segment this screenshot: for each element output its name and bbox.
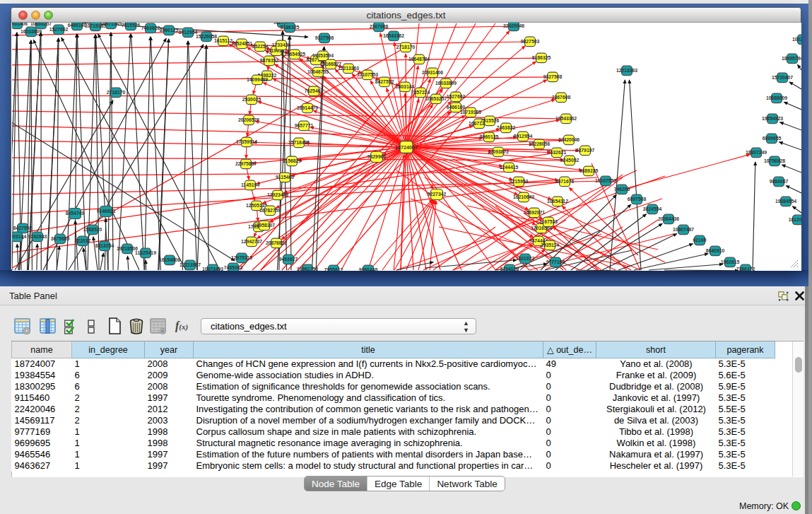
- svg-text:2530025: 2530025: [242, 97, 261, 102]
- svg-text:10653257: 10653257: [30, 23, 52, 26]
- svg-text:15692971: 15692971: [524, 210, 545, 215]
- svg-text:1612074: 1612074: [789, 217, 801, 222]
- svg-text:8878352: 8878352: [260, 58, 279, 63]
- svg-text:8427552: 8427552: [375, 79, 394, 84]
- svg-text:6466160: 6466160: [447, 105, 466, 110]
- svg-text:12093872: 12093872: [488, 149, 509, 154]
- svg-text:1527602: 1527602: [447, 94, 466, 99]
- svg-text:18524851: 18524851: [231, 41, 252, 46]
- svg-text:9777169: 9777169: [546, 259, 565, 264]
- svg-text:9227342: 9227342: [428, 192, 447, 197]
- svg-text:746206: 746206: [614, 187, 630, 192]
- svg-text:10688609: 10688609: [766, 95, 787, 100]
- svg-text:6794028: 6794028: [500, 267, 519, 271]
- svg-text:1527602: 1527602: [49, 27, 69, 32]
- svg-text:1615112: 1615112: [214, 38, 233, 43]
- svg-text:7955812: 7955812: [324, 267, 343, 271]
- svg-text:16914479: 16914479: [297, 105, 318, 110]
- svg-text:7632621: 7632621: [548, 150, 567, 155]
- svg-text:7463822: 7463822: [497, 125, 516, 130]
- svg-text:10107553: 10107553: [595, 178, 616, 183]
- svg-text:1621072: 1621072: [516, 256, 535, 261]
- svg-text:20931406: 20931406: [422, 70, 443, 75]
- svg-text:7485063: 7485063: [224, 265, 243, 270]
- svg-text:7386372: 7386372: [736, 267, 755, 271]
- svg-text:8960125: 8960125: [480, 134, 499, 139]
- svg-text:9115460: 9115460: [276, 175, 294, 180]
- svg-text:18724007: 18724007: [395, 144, 418, 151]
- svg-text:1244415: 1244415: [500, 165, 519, 170]
- svg-text:62160: 62160: [693, 238, 707, 243]
- svg-text:8960125: 8960125: [160, 28, 179, 33]
- svg-text:11325419: 11325419: [135, 250, 156, 255]
- svg-text:10958107: 10958107: [254, 223, 275, 228]
- svg-text:8427552: 8427552: [13, 226, 33, 230]
- svg-text:16033809: 16033809: [20, 29, 42, 34]
- svg-text:12213987: 12213987: [180, 262, 201, 267]
- svg-text:12975115: 12975115: [231, 255, 252, 260]
- svg-text:12505135: 12505135: [246, 203, 267, 208]
- svg-text:822037: 822037: [75, 238, 91, 243]
- svg-text:9329966: 9329966: [367, 154, 387, 159]
- svg-text:2367608: 2367608: [370, 24, 389, 29]
- svg-text:12213363: 12213363: [338, 66, 359, 71]
- svg-text:16961758: 16961758: [297, 267, 318, 271]
- svg-text:1588520: 1588520: [83, 227, 102, 232]
- svg-text:8640910: 8640910: [706, 248, 725, 253]
- svg-text:18495794: 18495794: [782, 56, 801, 61]
- svg-text:7515526: 7515526: [481, 118, 500, 123]
- svg-text:10756928: 10756928: [764, 158, 785, 163]
- svg-text:8471676: 8471676: [555, 179, 575, 184]
- svg-text:20364436: 20364436: [658, 216, 679, 221]
- svg-text:16782759: 16782759: [259, 208, 281, 213]
- svg-text:22975887: 22975887: [235, 161, 257, 166]
- svg-text:6379197: 6379197: [576, 148, 595, 153]
- svg-text:10719185: 10719185: [460, 110, 481, 115]
- svg-text:8186325: 8186325: [281, 25, 300, 30]
- svg-text:16648784: 16648784: [408, 57, 430, 62]
- svg-text:9827503: 9827503: [521, 39, 540, 44]
- svg-text:1962615: 1962615: [721, 259, 740, 264]
- svg-text:10807487: 10807487: [673, 227, 694, 232]
- svg-text:20876822: 20876822: [266, 240, 287, 245]
- svg-text:9389235: 9389235: [579, 168, 599, 173]
- svg-text:20206576: 20206576: [238, 117, 259, 122]
- svg-text:2803144: 2803144: [12, 234, 26, 239]
- svg-text:10046755: 10046755: [307, 69, 329, 74]
- svg-text:19384554: 19384554: [775, 199, 796, 204]
- svg-text:12213363: 12213363: [616, 68, 637, 73]
- svg-text:16671385: 16671385: [100, 23, 122, 26]
- svg-text:19654925: 19654925: [284, 52, 305, 57]
- svg-text:10107553: 10107553: [357, 72, 378, 77]
- svg-text:8813054: 8813054: [95, 243, 114, 248]
- svg-text:17359914: 17359914: [236, 139, 257, 144]
- svg-text:8454749: 8454749: [66, 211, 85, 216]
- svg-text:9245052: 9245052: [560, 158, 579, 163]
- svg-text:15720407: 15720407: [772, 75, 793, 80]
- svg-text:8912954: 8912954: [514, 134, 533, 139]
- svg-text:6899655: 6899655: [763, 136, 782, 141]
- svg-text:15226058: 15226058: [529, 141, 550, 146]
- svg-text:9990448: 9990448: [359, 267, 378, 271]
- svg-text:8912954: 8912954: [179, 30, 198, 35]
- svg-text:1733426: 1733426: [272, 42, 291, 47]
- svg-text:1167533: 1167533: [539, 219, 558, 224]
- svg-text:3824554: 3824554: [643, 206, 662, 211]
- svg-text:8186325: 8186325: [532, 55, 551, 60]
- svg-text:22420046: 22420046: [503, 23, 524, 28]
- svg-text:2935114: 2935114: [541, 243, 559, 247]
- svg-text:2718170: 2718170: [107, 90, 126, 95]
- svg-text:7357224: 7357224: [411, 90, 430, 95]
- svg-text:20931406: 20931406: [12, 23, 28, 26]
- svg-text:1156829: 1156829: [283, 158, 301, 163]
- svg-text:14099489: 14099489: [247, 77, 268, 82]
- svg-text:6897568: 6897568: [628, 197, 647, 201]
- svg-text:9242843: 9242843: [28, 234, 47, 239]
- svg-text:18807249: 18807249: [746, 150, 767, 155]
- svg-text:19654923: 19654923: [762, 116, 783, 121]
- svg-text:7515526: 7515526: [122, 23, 141, 28]
- svg-text:10654112: 10654112: [547, 199, 568, 204]
- svg-text:16543362: 16543362: [383, 33, 404, 38]
- svg-text:10653257: 10653257: [425, 96, 447, 101]
- svg-text:9327508: 9327508: [543, 74, 563, 79]
